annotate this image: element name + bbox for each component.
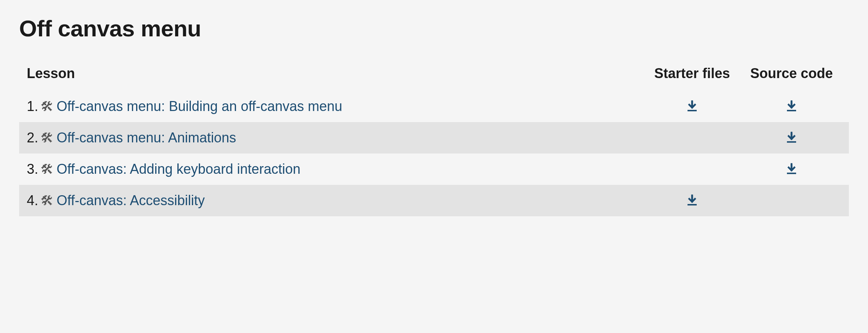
lesson-link[interactable]: Off-canvas: Accessibility	[57, 193, 205, 209]
download-icon[interactable]	[785, 162, 798, 176]
download-icon[interactable]	[685, 194, 699, 207]
lesson-cell: 4.🛠Off-canvas: Accessibility	[27, 193, 642, 209]
source-cell	[742, 162, 841, 176]
download-icon[interactable]	[685, 100, 699, 113]
header-source: Source code	[742, 65, 841, 82]
svg-marker-8	[689, 199, 696, 203]
svg-marker-2	[788, 105, 795, 109]
svg-rect-3	[787, 110, 796, 111]
page-title: Off canvas menu	[19, 15, 849, 42]
table-header-row: Lesson Starter files Source code	[19, 61, 849, 91]
lesson-link[interactable]: Off-canvas menu: Building an off-canvas …	[57, 98, 342, 114]
table-row: 4.🛠Off-canvas: Accessibility	[19, 185, 849, 216]
lessons-table: Lesson Starter files Source code 1.🛠Off-…	[19, 61, 849, 216]
svg-rect-7	[787, 173, 796, 174]
starter-cell	[642, 100, 742, 113]
tools-icon: 🛠	[41, 193, 54, 208]
svg-rect-5	[787, 141, 796, 143]
table-row: 2.🛠Off-canvas menu: Animations	[19, 122, 849, 153]
svg-marker-4	[788, 137, 795, 140]
lesson-link[interactable]: Off-canvas menu: Animations	[57, 130, 236, 146]
lesson-cell: 2.🛠Off-canvas menu: Animations	[27, 130, 642, 146]
header-starter: Starter files	[642, 65, 742, 82]
svg-rect-9	[688, 204, 697, 206]
tools-icon: 🛠	[41, 99, 54, 114]
lesson-number: 3.	[27, 161, 38, 177]
tools-icon: 🛠	[41, 131, 54, 145]
lesson-number: 4.	[27, 193, 38, 209]
table-row: 3.🛠Off-canvas: Adding keyboard interacti…	[19, 153, 849, 185]
header-lesson: Lesson	[27, 65, 642, 82]
svg-marker-6	[788, 168, 795, 171]
starter-cell	[642, 194, 742, 207]
lesson-number: 2.	[27, 130, 38, 146]
source-cell	[742, 100, 841, 113]
lesson-number: 1.	[27, 98, 38, 114]
lesson-link[interactable]: Off-canvas: Adding keyboard interaction	[57, 161, 301, 177]
download-icon[interactable]	[785, 131, 798, 145]
svg-rect-1	[688, 110, 697, 111]
lesson-cell: 1.🛠Off-canvas menu: Building an off-canv…	[27, 98, 642, 114]
table-row: 1.🛠Off-canvas menu: Building an off-canv…	[19, 91, 849, 122]
lesson-cell: 3.🛠Off-canvas: Adding keyboard interacti…	[27, 161, 642, 177]
download-icon[interactable]	[785, 100, 798, 113]
tools-icon: 🛠	[41, 162, 54, 177]
source-cell	[742, 131, 841, 145]
svg-marker-0	[689, 105, 696, 109]
